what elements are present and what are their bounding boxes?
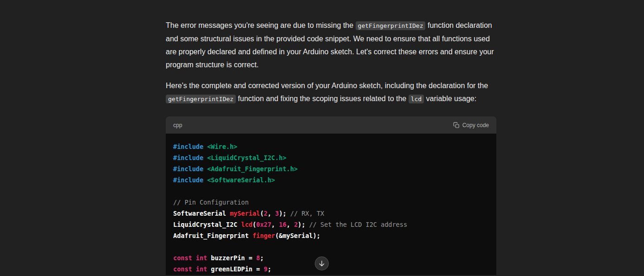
code-line: // Pin Configuration (173, 197, 489, 208)
copy-code-label: Copy code (462, 122, 489, 128)
code-line: #include <SoftwareSerial.h> (173, 174, 489, 186)
paragraph-text: variable usage: (424, 95, 476, 103)
inline-code: getFingerprintIDez (166, 95, 236, 103)
code-line: #include <LiquidCrystal_I2C.h> (173, 152, 489, 163)
paragraph-text: Here's the complete and corrected versio… (166, 82, 488, 90)
copy-icon (453, 122, 460, 128)
code-line: #include <Wire.h> (173, 141, 489, 152)
copy-code-button[interactable]: Copy code (453, 122, 489, 128)
code-language-label: cpp (173, 122, 182, 128)
assistant-message: The error messages you're seeing are due… (166, 0, 496, 275)
inline-code: lcd (409, 95, 424, 103)
arrow-down-icon (318, 260, 325, 267)
code-block-header: cpp Copy code (166, 116, 496, 134)
code-line: SoftwareSerial mySerial(2, 3); // RX, TX (173, 208, 489, 219)
code-line: LiquidCrystal_I2C lcd(0x27, 16, 2); // S… (173, 219, 489, 230)
code-line: const int greenLEDPin = 9; (173, 263, 489, 275)
code-line (173, 241, 489, 252)
inline-code: getFingerprintIDez (356, 21, 426, 30)
paragraph-text: function and fixing the scoping issues r… (236, 95, 409, 103)
paragraph-text: The error messages you're seeing are due… (166, 21, 356, 29)
code-block: cpp Copy code #include <Wire.h>#include … (166, 116, 496, 275)
code-line: const int buzzerPin = 8; (173, 252, 489, 263)
code-line: Adafruit_Fingerprint finger(&mySerial); (173, 230, 489, 241)
code-line: #include <Adafruit_Fingerprint.h> (173, 163, 489, 174)
scroll-to-bottom-button[interactable] (315, 257, 329, 270)
message-paragraph-2: Here's the complete and corrected versio… (166, 79, 496, 106)
code-content: #include <Wire.h>#include <LiquidCrystal… (166, 134, 496, 275)
code-line (173, 186, 489, 197)
message-paragraph-1: The error messages you're seeing are due… (166, 19, 496, 71)
